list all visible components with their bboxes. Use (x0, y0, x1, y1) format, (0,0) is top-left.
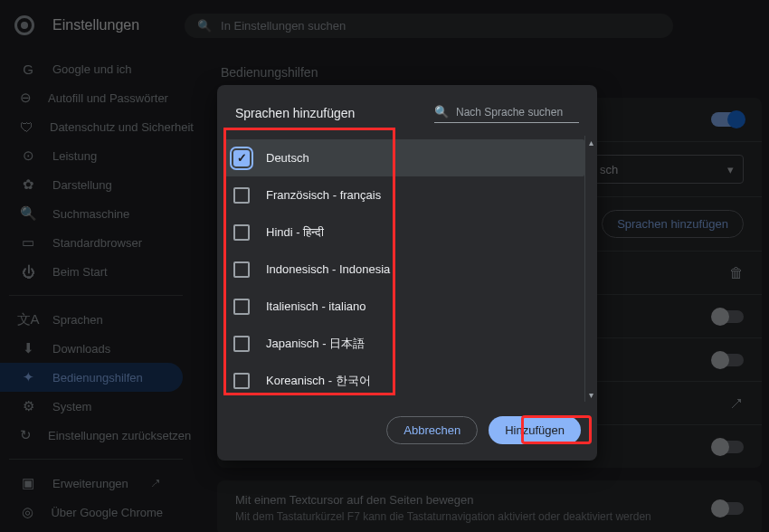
sidebar: GGoogle und ich⊖Autofill und Passwörter🛡… (0, 51, 199, 532)
toggle-on[interactable] (711, 112, 744, 127)
nav-icon: ⊖ (20, 90, 32, 106)
language-label: Französisch - français (266, 188, 381, 202)
cursor-row-subtext: Mit dem Tastaturkürzel F7 kann die Tasta… (235, 510, 651, 523)
toggle-off[interactable] (713, 354, 744, 366)
sidebar-item-a-6[interactable]: ▭Standardbrowser (0, 228, 183, 257)
nav-icon: 🔍 (20, 205, 36, 222)
nav-label: Beim Start (52, 265, 108, 279)
trash-icon[interactable]: 🗑 (729, 265, 744, 281)
nav-label: Bedienungshilfen (52, 371, 143, 385)
language-label: Japanisch - 日本語 (266, 336, 365, 352)
scroll-up-icon[interactable]: ▴ (589, 136, 593, 149)
sidebar-item-b-4[interactable]: ↻Einstellungen zurücksetzen (0, 421, 183, 450)
checkbox-icon[interactable] (233, 187, 250, 204)
sidebar-item-a-5[interactable]: 🔍Suchmaschine (0, 199, 183, 228)
checkbox-icon[interactable] (233, 373, 250, 389)
toggle-off[interactable] (713, 310, 744, 323)
sidebar-item-c-0[interactable]: ▣Erweiterungen⭧ (0, 469, 183, 498)
nav-icon: G (20, 62, 36, 77)
nav-label: Darstellung (52, 178, 112, 192)
section-title: Bedienungshilfen (221, 65, 762, 80)
nav-label: System (52, 400, 91, 413)
add-languages-button[interactable]: Sprachen hinzufügen (602, 210, 744, 238)
sidebar-item-a-7[interactable]: ⏻Beim Start (0, 257, 183, 286)
sidebar-item-a-3[interactable]: ⊙Leistung (0, 141, 183, 170)
dialog-search-input[interactable] (456, 106, 579, 119)
toggle-off[interactable] (713, 502, 744, 515)
nav-icon: ▭ (20, 234, 36, 251)
language-row[interactable]: Japanisch - 日本語 (224, 325, 584, 362)
nav-label: Sprachen (52, 313, 103, 327)
sidebar-item-b-0[interactable]: 文ASprachen (0, 305, 183, 334)
sidebar-item-a-4[interactable]: ✿Darstellung (0, 170, 183, 199)
settings-search-placeholder: In Einstellungen suchen (221, 19, 346, 33)
language-row[interactable]: Hindi - हिन्दी (224, 214, 584, 251)
nav-icon: ⊙ (20, 147, 36, 164)
language-row[interactable]: Indonesisch - Indonesia (224, 251, 584, 288)
language-label: Indonesisch - Indonesia (266, 262, 390, 276)
language-row[interactable]: Italienisch - italiano (224, 288, 584, 325)
cursor-row-title: Mit einem Textcursor auf den Seiten bewe… (235, 493, 651, 507)
nav-label: Standardbrowser (52, 236, 142, 250)
nav-label: Downloads (52, 342, 110, 356)
nav-label: Autofill und Passwörter (48, 91, 168, 105)
search-icon: 🔍 (197, 19, 212, 33)
dialog-title: Sprachen hinzufügen (235, 106, 355, 120)
sidebar-item-c-1[interactable]: ◎Über Google Chrome (0, 498, 183, 527)
dialog-search[interactable]: 🔍 (434, 103, 579, 123)
sidebar-item-a-0[interactable]: GGoogle und ich (0, 54, 183, 83)
checkbox-icon[interactable] (233, 299, 250, 315)
nav-label: Einstellungen zurücksetzen (48, 429, 191, 442)
nav-label: Datenschutz und Sicherheit (50, 120, 194, 134)
language-list: DeutschFranzösisch - françaisHindi - हिन… (217, 136, 584, 402)
language-label: Koreanisch - 한국어 (266, 373, 371, 389)
settings-search[interactable]: 🔍 In Einstellungen suchen (185, 14, 673, 38)
sidebar-item-a-1[interactable]: ⊖Autofill und Passwörter (0, 83, 183, 112)
sidebar-item-b-1[interactable]: ⬇Downloads (0, 334, 183, 363)
scroll-down-icon[interactable]: ▾ (589, 388, 593, 402)
nav-icon: 🛡 (20, 119, 33, 135)
nav-label: Suchmaschine (52, 207, 129, 221)
sidebar-separator (9, 295, 183, 296)
sidebar-item-b-2[interactable]: ✦Bedienungshilfen (0, 363, 183, 392)
nav-label: Erweiterungen (52, 477, 128, 490)
search-icon: 🔍 (434, 105, 449, 119)
checkbox-icon[interactable] (233, 150, 250, 166)
top-bar: Einstellungen 🔍 In Einstellungen suchen (0, 0, 769, 51)
nav-icon: ⏻ (20, 264, 36, 280)
sidebar-separator (9, 459, 183, 460)
language-row[interactable]: Französisch - français (224, 176, 584, 214)
page-title: Einstellungen (52, 17, 139, 33)
language-dropdown[interactable]: sch ▾ (590, 155, 744, 184)
card-2: Mit einem Textcursor auf den Seiten bewe… (217, 480, 762, 532)
nav-label: Leistung (52, 149, 97, 163)
scrollbar[interactable]: ▴ ▾ (584, 136, 597, 402)
external-link-icon[interactable]: ⭧ (729, 395, 744, 412)
nav-icon: ⬇ (20, 340, 36, 356)
sidebar-item-b-3[interactable]: ⚙System (0, 392, 183, 421)
external-link-icon: ⭧ (150, 477, 161, 489)
language-label: Deutsch (266, 151, 309, 165)
cancel-button[interactable]: Abbrechen (386, 416, 478, 444)
nav-icon: ▣ (20, 475, 36, 491)
dropdown-value: sch (600, 163, 618, 176)
nav-icon: ✿ (20, 176, 36, 193)
checkbox-icon[interactable] (233, 224, 250, 241)
nav-label: Über Google Chrome (51, 506, 163, 519)
language-row[interactable]: Deutsch (224, 139, 584, 176)
language-scroll-area: DeutschFranzösisch - françaisHindi - हिन… (217, 136, 597, 402)
language-label: Italienisch - italiano (266, 299, 366, 313)
language-row[interactable]: Koreanisch - 한국어 (224, 362, 584, 399)
toggle-off[interactable] (713, 441, 744, 453)
nav-label: Google und ich (52, 62, 131, 76)
nav-icon: 文A (20, 311, 36, 328)
dialog-actions: Abbrechen Hinzufügen (217, 402, 597, 461)
chevron-down-icon: ▾ (727, 163, 734, 176)
language-label: Hindi - हिन्दी (266, 225, 324, 240)
confirm-button[interactable]: Hinzufügen (489, 416, 581, 444)
checkbox-icon[interactable] (233, 336, 250, 352)
checkbox-icon[interactable] (233, 261, 250, 278)
nav-icon: ⚙ (20, 398, 36, 414)
sidebar-item-a-2[interactable]: 🛡Datenschutz und Sicherheit (0, 112, 183, 141)
add-languages-dialog: Sprachen hinzufügen 🔍 DeutschFranzösisch… (217, 85, 597, 461)
